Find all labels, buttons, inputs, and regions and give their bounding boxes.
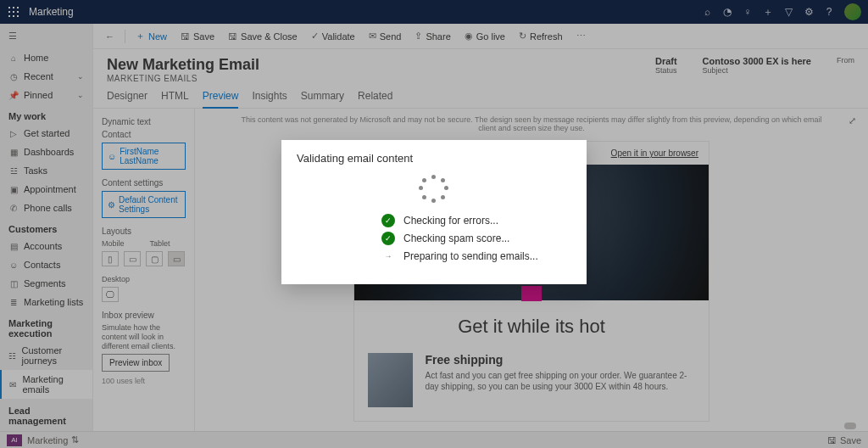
step-label: Checking for errors... <box>403 215 498 227</box>
validation-step: ✓ Checking spam score... <box>381 232 571 245</box>
step-label: Preparing to sending emails... <box>403 250 538 262</box>
loading-spinner-icon <box>420 175 448 202</box>
check-circle-icon: ✓ <box>381 214 395 227</box>
modal-title: Validating email content <box>297 152 571 165</box>
validation-step: ✓ Checking for errors... <box>381 214 571 227</box>
step-label: Checking spam score... <box>403 232 509 244</box>
arrow-right-icon: → <box>381 249 395 263</box>
validation-step: → Preparing to sending emails... <box>381 249 571 263</box>
validating-modal: Validating email content ✓ Checking for … <box>281 140 587 284</box>
modal-scrim: Validating email content ✓ Checking for … <box>0 0 868 448</box>
check-circle-icon: ✓ <box>381 232 395 245</box>
